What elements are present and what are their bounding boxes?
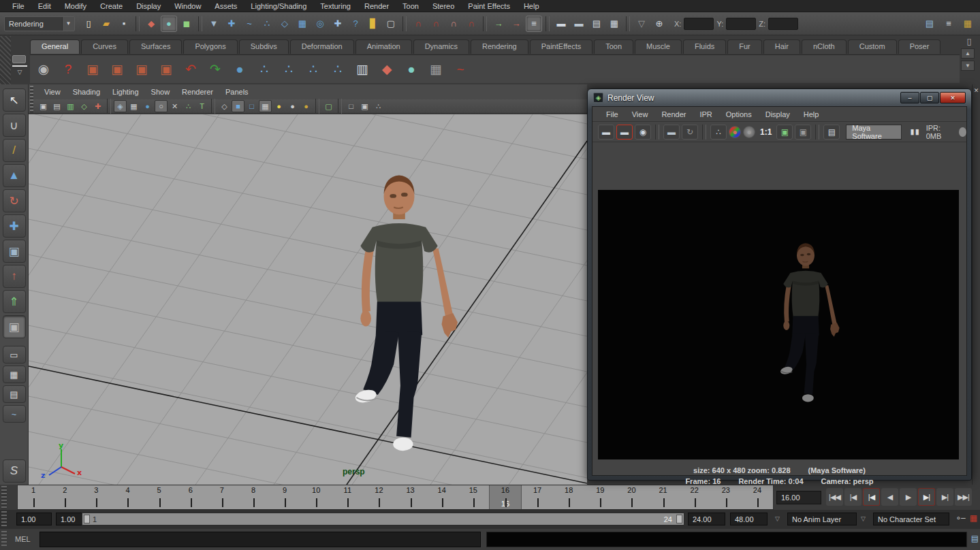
help-icon[interactable]: ? [57, 59, 79, 80]
input-connections-icon[interactable]: → [490, 16, 507, 32]
shelf-scroll-down-button[interactable]: ▼ [961, 61, 975, 71]
pane-double-icon[interactable]: ▣ [358, 100, 371, 112]
anim-layer-dropdown-icon[interactable]: ▽ [775, 515, 780, 522]
refresh-ipr-icon[interactable]: ↻ [682, 125, 698, 140]
select-tool-icon[interactable]: ↖ [3, 88, 26, 112]
menu-set-selector[interactable]: Rendering ▼ [4, 16, 75, 31]
select-hierarchy-shelf-icon[interactable]: ◆ [376, 59, 398, 80]
step-back-key-button[interactable]: |◀ [863, 488, 880, 506]
snap-points-icon[interactable]: ▦ [294, 16, 311, 32]
menu-item[interactable]: Display [129, 1, 168, 12]
perspective-viewport[interactable]: ViewShadingLightingShowRendererPanels ▣▤… [29, 84, 587, 485]
isolate-select-icon[interactable]: ▢ [322, 100, 335, 112]
shelf-tab[interactable]: Fur [727, 39, 762, 54]
film-gate-icon[interactable]: ▦ [127, 100, 140, 112]
bookmark-icon[interactable]: ▥ [64, 100, 77, 112]
render-current-frame-icon[interactable]: ▬ [598, 125, 614, 140]
frame-ruler[interactable]: 1 2 3 4 5 [17, 485, 774, 510]
menu-item[interactable]: Paint Effects [461, 1, 517, 12]
panel-menu-item[interactable]: Lighting [106, 86, 145, 97]
shelf-drag-handle[interactable] [0, 36, 11, 84]
frame-cell[interactable]: 17 [522, 485, 553, 509]
camera-snapshot-icon[interactable]: ▣ [37, 100, 50, 112]
textured-cube-icon[interactable]: □ [245, 100, 258, 112]
select-object-icon[interactable]: ● [161, 16, 177, 32]
scale-tool-icon[interactable]: ✚ [3, 214, 26, 238]
joint-chain-icon[interactable]: ∴ [327, 59, 349, 80]
character-set-field[interactable]: No Character Set [873, 513, 949, 525]
maximize-button[interactable]: ▢ [920, 92, 939, 103]
snap-magnet-curve-icon[interactable]: ∩ [428, 16, 444, 32]
go-to-end-button[interactable]: ▶▶| [955, 488, 972, 506]
frame-cell[interactable]: 8 [238, 485, 269, 509]
frame-cell[interactable]: 20 [616, 485, 647, 509]
select-hierarchy-icon[interactable]: ◆ [143, 16, 159, 32]
keep-image-icon[interactable]: ▤ [823, 125, 840, 140]
frame-cell[interactable]: 5 [144, 485, 175, 509]
vertex-color-icon[interactable]: ∴ [182, 100, 195, 112]
shelf-tab[interactable]: PaintEffects [530, 39, 593, 54]
frame-cell[interactable]: 13 [395, 485, 426, 509]
menu-item[interactable]: Toon [396, 1, 426, 12]
universal-manipulator-icon[interactable]: ▣ [3, 240, 26, 263]
frame-cell[interactable]: 19 [584, 485, 616, 509]
shelf-tab[interactable]: Toon [594, 39, 633, 54]
command-input[interactable] [39, 532, 481, 547]
shelf-tab[interactable]: Deformation [290, 39, 354, 54]
menu-item[interactable]: Lighting/Shading [244, 1, 313, 12]
attribute-editor-icon[interactable]: ≡ [941, 16, 957, 32]
shaded-sphere-icon[interactable]: ● [141, 100, 154, 112]
character-model[interactable] [29, 114, 587, 485]
hypergraph-icon[interactable]: ▥ [351, 59, 373, 80]
viewport-canvas[interactable]: y x z persp [29, 114, 587, 485]
shelf-tab[interactable]: General [30, 39, 80, 54]
zoom-ratio-label[interactable]: 1:1 [757, 127, 774, 137]
shelf-toggle-button[interactable] [12, 55, 26, 63]
shelf-tab[interactable]: Polygons [183, 39, 237, 54]
render-current-frame-icon[interactable]: ▬ [553, 16, 569, 32]
menu-item[interactable]: Edit [31, 1, 58, 12]
channel-box-icon[interactable]: ▤ [921, 16, 938, 32]
shelf-tab[interactable]: Rendering [471, 39, 528, 54]
frame-cell[interactable]: 12 [363, 485, 394, 509]
show-manipulator-icon[interactable]: ⇑ [3, 290, 26, 313]
rotate-tool-icon[interactable]: ↻ [3, 189, 26, 212]
menu-item[interactable]: Window [168, 1, 208, 12]
select-component-icon[interactable]: ◼ [178, 16, 195, 32]
share-view-icon[interactable]: ∴ [372, 100, 385, 112]
frame-cell[interactable]: 10 [300, 485, 332, 509]
shelf-tab[interactable]: Custom [848, 39, 897, 54]
region-render-icon[interactable]: ∴ [710, 125, 727, 140]
lasso-select-tool-icon[interactable]: ∪ [3, 114, 26, 137]
range-drag-handle[interactable] [1, 511, 7, 528]
use-all-lights-icon[interactable]: ▦ [259, 100, 272, 112]
window-titlebar[interactable]: ◈ Render View – ▢ ✕ [588, 89, 971, 106]
x-input[interactable] [684, 18, 714, 30]
panel-menu-item[interactable]: Renderer [176, 86, 219, 97]
snapshot-icon[interactable]: ◉ [635, 125, 651, 140]
render-view-window[interactable]: ◈ Render View – ▢ ✕ FileViewRenderIPROpt… [587, 88, 972, 481]
frame-cell[interactable]: 18 [553, 485, 584, 509]
smooth-shade-icon[interactable]: ○ [155, 100, 168, 112]
shelf-tab[interactable]: Hair [763, 39, 800, 54]
panel-menu-item[interactable]: Show [145, 86, 176, 97]
absolute-transform-icon[interactable]: ⊕ [651, 16, 667, 32]
step-back-frame-button[interactable]: |◀ [844, 488, 862, 506]
close-button[interactable]: ✕ [940, 92, 966, 103]
shelf-tab[interactable]: Surfaces [129, 39, 182, 54]
redo-icon[interactable]: ↷ [204, 59, 226, 80]
paint-select-tool-icon[interactable]: / [3, 139, 26, 162]
shelf-tab[interactable]: Animation [355, 39, 412, 54]
pane-cube-icon[interactable]: □ [345, 100, 358, 112]
layout-outliner-persp-icon[interactable]: ▤ [3, 385, 26, 403]
frame-cell[interactable]: 11 [332, 485, 363, 509]
render-view-menu-item[interactable]: Display [759, 109, 797, 120]
menu-item[interactable]: Assets [208, 1, 244, 12]
frame-cell[interactable]: 1 [18, 485, 49, 509]
output-connections-icon[interactable]: → [508, 16, 524, 32]
redo-previous-render-icon[interactable]: ▬ [616, 125, 633, 140]
joint-tool-icon[interactable]: ∴ [253, 59, 275, 80]
snap-to-plane-icon[interactable]: ◇ [276, 16, 293, 32]
open-scene-icon[interactable]: ▰ [98, 16, 114, 32]
frame-cell[interactable]: 16 16 [489, 485, 522, 509]
